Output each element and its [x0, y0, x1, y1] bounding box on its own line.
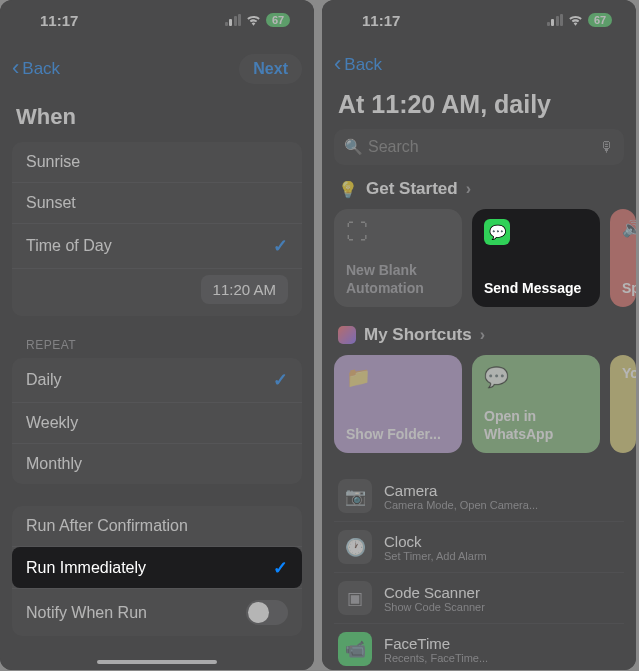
- when-option-time-of-day[interactable]: Time of Day ✓: [12, 224, 302, 269]
- lightbulb-icon: 💡: [338, 180, 358, 199]
- check-icon: ✓: [273, 557, 288, 579]
- messages-icon: 💬: [484, 219, 510, 245]
- search-field[interactable]: 🔍 🎙: [322, 129, 636, 179]
- repeat-option-monthly[interactable]: Monthly: [12, 444, 302, 484]
- app-list: 📷 Camera Camera Mode, Open Camera... 🕐 C…: [322, 471, 636, 671]
- chevron-left-icon: ‹: [334, 53, 341, 75]
- app-row-code-scanner[interactable]: ▣ Code Scanner Show Code Scanner: [334, 573, 624, 624]
- notify-when-run[interactable]: Notify When Run: [12, 589, 302, 636]
- battery-icon: 67: [266, 13, 290, 27]
- speaker-icon: 🔊: [622, 219, 624, 238]
- app-row-facetime[interactable]: 📹 FaceTime Recents, FaceTime...: [334, 624, 624, 671]
- camera-icon: 📷: [338, 479, 372, 513]
- card-yellow-partial[interactable]: Yo: [610, 355, 636, 453]
- run-group: Run After Confirmation Run Immediately ✓…: [12, 506, 302, 636]
- status-time: 11:17: [40, 12, 78, 29]
- my-shortcuts-header[interactable]: My Shortcuts ›: [322, 325, 636, 355]
- repeat-option-daily[interactable]: Daily ✓: [12, 358, 302, 403]
- qr-icon: ▣: [338, 581, 372, 615]
- card-send-message[interactable]: 💬 Send Message: [472, 209, 600, 307]
- check-icon: ✓: [273, 235, 288, 257]
- run-after-confirmation[interactable]: Run After Confirmation: [12, 506, 302, 547]
- back-label: Back: [22, 59, 60, 79]
- wifi-icon: [246, 14, 261, 26]
- search-icon: 🔍: [344, 138, 363, 156]
- left-screen: 11:17 67 ‹ Back Next When Sunrise Sunset…: [0, 0, 314, 670]
- time-picker[interactable]: 11:20 AM: [201, 275, 288, 304]
- card-new-blank-automation[interactable]: ⛶ New Blank Automation: [334, 209, 462, 307]
- next-button[interactable]: Next: [239, 54, 302, 84]
- get-started-header[interactable]: 💡 Get Started ›: [322, 179, 636, 209]
- back-label: Back: [344, 55, 382, 75]
- folder-icon: 📁: [346, 365, 450, 389]
- app-row-camera[interactable]: 📷 Camera Camera Mode, Open Camera...: [334, 471, 624, 522]
- chevron-left-icon: ‹: [12, 57, 19, 79]
- repeat-label: REPEAT: [0, 338, 314, 358]
- my-shortcuts-cards: 📁 Show Folder... 💬 Open in WhatsApp Yo: [322, 355, 636, 471]
- home-indicator[interactable]: [97, 660, 217, 664]
- chevron-right-icon: ›: [466, 180, 471, 198]
- run-immediately[interactable]: Run Immediately ✓: [12, 547, 302, 589]
- card-speak-partial[interactable]: 🔊 Sp: [610, 209, 636, 307]
- when-heading: When: [0, 94, 314, 142]
- right-screen: 11:17 67 ‹ Back At 11:20 AM, daily 🔍 🎙 💡…: [322, 0, 636, 670]
- search-input[interactable]: [334, 129, 624, 165]
- status-bar: 11:17 67: [0, 0, 314, 40]
- clock-icon: 🕐: [338, 530, 372, 564]
- when-group: Sunrise Sunset Time of Day ✓ 11:20 AM: [12, 142, 302, 316]
- status-bar: 11:17 67: [322, 0, 636, 40]
- signal-icon: [225, 14, 242, 26]
- page-title: At 11:20 AM, daily: [322, 86, 636, 129]
- notify-toggle[interactable]: [246, 600, 288, 625]
- crop-icon: ⛶: [346, 219, 450, 245]
- get-started-cards: ⛶ New Blank Automation 💬 Send Message 🔊 …: [322, 209, 636, 325]
- nav-bar: ‹ Back Next: [0, 40, 314, 94]
- shortcuts-icon: [338, 326, 356, 344]
- when-option-sunrise[interactable]: Sunrise: [12, 142, 302, 183]
- battery-icon: 67: [588, 13, 612, 27]
- chat-icon: 💬: [484, 365, 588, 389]
- nav-bar: ‹ Back: [322, 40, 636, 86]
- repeat-group: Daily ✓ Weekly Monthly: [12, 358, 302, 484]
- chevron-right-icon: ›: [480, 326, 485, 344]
- back-button[interactable]: ‹ Back: [12, 58, 60, 80]
- signal-icon: [547, 14, 564, 26]
- wifi-icon: [568, 14, 583, 26]
- card-show-folder[interactable]: 📁 Show Folder...: [334, 355, 462, 453]
- when-option-sunset[interactable]: Sunset: [12, 183, 302, 224]
- mic-icon[interactable]: 🎙: [599, 138, 614, 155]
- repeat-option-weekly[interactable]: Weekly: [12, 403, 302, 444]
- check-icon: ✓: [273, 369, 288, 391]
- app-row-clock[interactable]: 🕐 Clock Set Timer, Add Alarm: [334, 522, 624, 573]
- back-button[interactable]: ‹ Back: [334, 54, 382, 76]
- facetime-icon: 📹: [338, 632, 372, 666]
- status-time: 11:17: [362, 12, 400, 29]
- card-open-whatsapp[interactable]: 💬 Open in WhatsApp: [472, 355, 600, 453]
